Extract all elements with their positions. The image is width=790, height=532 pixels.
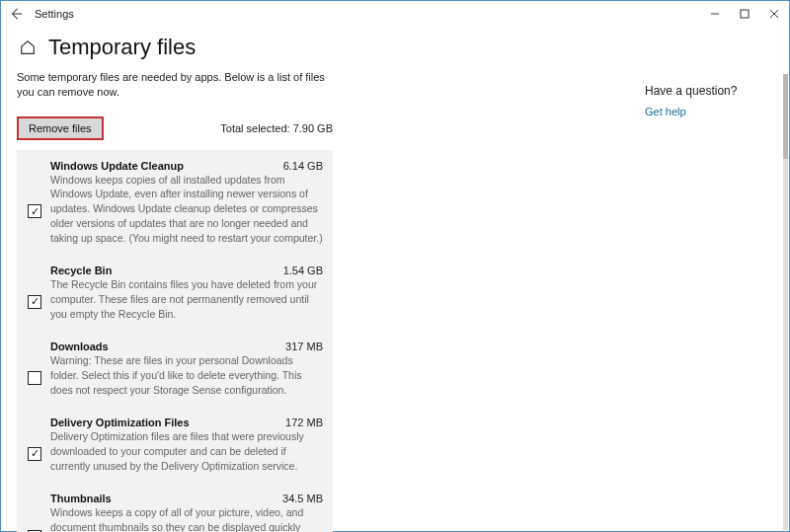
file-head: Delivery Optimization Files172 MB bbox=[50, 417, 323, 428]
file-size: 317 MB bbox=[285, 341, 323, 352]
file-desc: Windows keeps a copy of all of your pict… bbox=[50, 505, 323, 532]
file-title: Delivery Optimization Files bbox=[50, 417, 190, 428]
file-title: Windows Update Cleanup bbox=[50, 160, 184, 172]
file-head: Thumbnails34.5 MB bbox=[50, 493, 323, 504]
home-icon[interactable] bbox=[19, 38, 37, 56]
question-heading: Have a question? bbox=[645, 84, 773, 98]
page-title: Temporary files bbox=[48, 35, 196, 60]
file-desc: Delivery Optimization files are files th… bbox=[50, 429, 323, 473]
action-row: Remove files Total selected: 7.90 GB bbox=[17, 116, 333, 140]
file-checkbox[interactable] bbox=[28, 447, 41, 461]
checkbox-col bbox=[23, 341, 46, 397]
svg-rect-0 bbox=[741, 10, 749, 18]
file-desc: The Recycle Bin contains files you have … bbox=[50, 277, 323, 321]
file-item: Downloads317 MBWarning: These are files … bbox=[17, 331, 333, 407]
checkbox-col bbox=[23, 493, 46, 532]
file-checkbox[interactable] bbox=[28, 371, 41, 385]
file-head: Downloads317 MB bbox=[50, 341, 323, 352]
file-body: Thumbnails34.5 MBWindows keeps a copy of… bbox=[46, 493, 323, 532]
file-size: 1.54 GB bbox=[283, 265, 323, 276]
checkbox-col bbox=[23, 417, 46, 473]
minimize-button[interactable] bbox=[700, 1, 730, 27]
file-size: 172 MB bbox=[285, 417, 323, 428]
file-list: Windows Update Cleanup6.14 GBWindows kee… bbox=[17, 150, 333, 532]
file-title: Recycle Bin bbox=[50, 265, 112, 276]
file-item: Recycle Bin1.54 GBThe Recycle Bin contai… bbox=[17, 255, 333, 331]
checkbox-col bbox=[23, 160, 46, 245]
file-body: Recycle Bin1.54 GBThe Recycle Bin contai… bbox=[46, 265, 323, 321]
maximize-icon bbox=[740, 9, 750, 19]
file-item: Delivery Optimization Files172 MBDeliver… bbox=[17, 407, 333, 483]
intro-text: Some temporary files are needed by apps.… bbox=[17, 70, 333, 101]
vertical-scrollbar[interactable] bbox=[783, 74, 788, 530]
file-body: Delivery Optimization Files172 MBDeliver… bbox=[46, 417, 323, 473]
back-button[interactable] bbox=[1, 1, 31, 27]
file-head: Recycle Bin1.54 GB bbox=[50, 265, 323, 276]
file-checkbox[interactable] bbox=[28, 204, 41, 218]
arrow-left-icon bbox=[9, 7, 23, 21]
file-body: Downloads317 MBWarning: These are files … bbox=[46, 341, 323, 397]
page-header: Temporary files bbox=[1, 27, 789, 70]
close-icon bbox=[769, 9, 779, 19]
remove-files-button[interactable]: Remove files bbox=[17, 116, 104, 140]
get-help-link[interactable]: Get help bbox=[645, 106, 773, 117]
close-button[interactable] bbox=[759, 1, 789, 27]
settings-window: Settings Temporary files Some temporary … bbox=[0, 0, 790, 532]
file-item: Thumbnails34.5 MBWindows keeps a copy of… bbox=[17, 483, 333, 532]
content-body: Some temporary files are needed by apps.… bbox=[1, 70, 789, 532]
file-item: Windows Update Cleanup6.14 GBWindows kee… bbox=[17, 150, 333, 255]
minimize-icon bbox=[710, 9, 720, 19]
file-body: Windows Update Cleanup6.14 GBWindows kee… bbox=[46, 160, 323, 245]
file-desc: Warning: These are files in your persona… bbox=[50, 353, 323, 397]
file-title: Thumbnails bbox=[50, 493, 112, 504]
file-head: Windows Update Cleanup6.14 GB bbox=[50, 160, 323, 172]
file-checkbox[interactable] bbox=[28, 295, 41, 309]
main-column: Some temporary files are needed by apps.… bbox=[17, 70, 333, 532]
file-size: 34.5 MB bbox=[282, 493, 323, 504]
titlebar: Settings bbox=[1, 1, 789, 27]
help-column: Have a question? Get help bbox=[645, 70, 773, 532]
system-buttons bbox=[700, 1, 789, 27]
file-desc: Windows keeps copies of all installed up… bbox=[50, 173, 323, 245]
window-title: Settings bbox=[35, 8, 74, 20]
checkbox-col bbox=[23, 265, 46, 321]
file-size: 6.14 GB bbox=[283, 160, 323, 172]
maximize-button[interactable] bbox=[730, 1, 759, 27]
total-selected-label: Total selected: 7.90 GB bbox=[220, 122, 333, 134]
scrollbar-thumb[interactable] bbox=[783, 74, 788, 159]
file-title: Downloads bbox=[50, 341, 109, 352]
